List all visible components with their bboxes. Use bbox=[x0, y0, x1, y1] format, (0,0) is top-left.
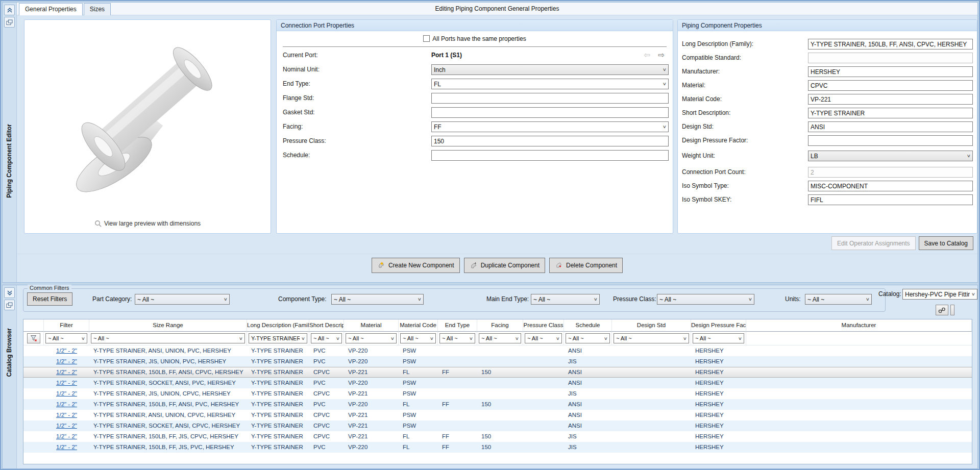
short-description-input[interactable] bbox=[808, 108, 973, 118]
material-filter[interactable]: ~ All ~ bbox=[311, 333, 342, 343]
column-header[interactable]: Size Range bbox=[89, 319, 247, 332]
component-type-select[interactable]: ~ All ~ bbox=[331, 294, 424, 305]
table-row[interactable]: 1/2" - 2" Y-TYPE STRAINER, JIS, UNION, C… bbox=[23, 388, 972, 399]
size-range-link[interactable]: 1/2" - 2" bbox=[56, 390, 77, 397]
size-range-link[interactable]: 1/2" - 2" bbox=[56, 348, 77, 354]
table-row[interactable]: 1/2" - 2" Y-TYPE STRAINER, ANSI, UNION, … bbox=[23, 410, 972, 420]
long-description-input[interactable] bbox=[808, 39, 973, 50]
save-to-catalog-button[interactable]: Save to Catalog bbox=[919, 236, 973, 250]
table-row[interactable]: 1/2" - 2" Y-TYPE STRAINER, 150LB, FF, JI… bbox=[23, 431, 972, 442]
schedule-filter[interactable]: ~ All ~ bbox=[525, 333, 562, 343]
catalog-tools-expander[interactable] bbox=[950, 305, 954, 315]
size-range-link[interactable]: 1/2" - 2" bbox=[56, 433, 77, 439]
catalog-tools-button[interactable] bbox=[936, 305, 948, 315]
float-browser-panel-button[interactable] bbox=[4, 300, 15, 310]
collapse-editor-button[interactable] bbox=[4, 5, 15, 15]
column-header[interactable]: Design Pressure Factor bbox=[691, 319, 746, 332]
material-code-filter[interactable]: ~ All ~ bbox=[346, 333, 397, 343]
all-ports-checkbox[interactable] bbox=[423, 35, 430, 42]
column-header[interactable]: Pressure Class bbox=[523, 319, 564, 332]
cell-facing bbox=[438, 410, 477, 420]
tab-general-properties[interactable]: General Properties bbox=[19, 3, 83, 15]
component-type-label: Component Type: bbox=[278, 295, 327, 303]
short-description-filter[interactable]: Y-TYPE STRAINER bbox=[249, 333, 307, 343]
cell-end-type: PSW bbox=[399, 410, 438, 420]
size-range-filter[interactable]: ~ All ~ bbox=[45, 333, 87, 343]
iso-symbol-skey-input[interactable] bbox=[808, 194, 973, 205]
column-header[interactable]: Long Description (Family) bbox=[247, 319, 309, 332]
material-input[interactable] bbox=[808, 80, 973, 91]
facing-filter[interactable]: ~ All ~ bbox=[439, 333, 475, 343]
column-header[interactable]: Facing bbox=[477, 319, 523, 332]
manufacturer-filter[interactable]: ~ All ~ bbox=[693, 333, 744, 343]
column-header[interactable]: Short Description bbox=[309, 319, 344, 332]
table-row[interactable]: 1/2" - 2" Y-TYPE STRAINER, 150LB, FF, AN… bbox=[23, 399, 972, 410]
table-row[interactable]: 1/2" - 2" Y-TYPE STRAINER, 150LB, FF, AN… bbox=[23, 367, 972, 378]
compatible-standard-input[interactable] bbox=[808, 53, 973, 63]
cell-long-description: Y-TYPE STRAINER, ANSI, UNION, CPVC, HERS… bbox=[89, 410, 247, 420]
long-description-filter[interactable]: ~ All ~ bbox=[91, 333, 245, 343]
schedule-input[interactable] bbox=[431, 150, 669, 161]
column-header[interactable]: Schedule bbox=[564, 319, 612, 332]
design-std-input[interactable] bbox=[808, 121, 973, 132]
column-header[interactable]: Manufacturer bbox=[746, 319, 972, 332]
size-range-link[interactable]: 1/2" - 2" bbox=[56, 380, 77, 386]
part-category-select[interactable]: ~ All ~ bbox=[135, 294, 230, 305]
cell-long-description: Y-TYPE STRAINER, JIS, UNION, PVC, HERSHE… bbox=[89, 356, 247, 367]
filter-funnel-button[interactable] bbox=[27, 333, 40, 343]
cell-end-type: PSW bbox=[399, 378, 438, 388]
column-header[interactable]: Filter bbox=[44, 319, 89, 332]
manufacturer-input[interactable] bbox=[808, 66, 973, 77]
column-header[interactable]: Design Std bbox=[612, 319, 691, 332]
size-range-link[interactable]: 1/2" - 2" bbox=[56, 358, 77, 364]
pressure-class-filter-select[interactable]: ~ All ~ bbox=[657, 294, 754, 305]
column-header[interactable]: Material bbox=[344, 319, 399, 332]
size-range-link[interactable]: 1/2" - 2" bbox=[56, 423, 77, 429]
fitting-icon bbox=[938, 307, 946, 313]
column-header[interactable]: End Type bbox=[438, 319, 477, 332]
reset-filters-button[interactable]: Reset Filters bbox=[27, 292, 72, 306]
nominal-unit-select[interactable]: Inch bbox=[431, 64, 669, 75]
gasket-std-input[interactable] bbox=[431, 107, 669, 118]
table-row[interactable]: 1/2" - 2" Y-TYPE STRAINER, SOCKET, ANSI,… bbox=[23, 378, 972, 388]
view-large-preview-link[interactable]: View large preview with dimensions bbox=[24, 220, 271, 227]
table-row[interactable]: 1/2" - 2" Y-TYPE STRAINER, ANSI, UNION, … bbox=[23, 345, 972, 356]
common-filters-legend: Common Filters bbox=[28, 285, 71, 291]
catalog-label: Catalog: bbox=[878, 290, 901, 298]
edit-operator-assignments-button[interactable]: Edit Operator Assignments bbox=[831, 236, 916, 250]
create-new-component-button[interactable]: Create New Component bbox=[372, 258, 460, 273]
design-std-filter[interactable]: ~ All ~ bbox=[566, 333, 610, 343]
tab-sizes[interactable]: Sizes bbox=[84, 3, 111, 15]
iso-symbol-type-input[interactable] bbox=[808, 181, 973, 191]
units-select[interactable]: ~ All ~ bbox=[805, 294, 872, 305]
table-row[interactable]: 1/2" - 2" Y-TYPE STRAINER, JIS, UNION, P… bbox=[23, 356, 972, 367]
size-range-link[interactable]: 1/2" - 2" bbox=[56, 444, 77, 450]
facing-select[interactable]: FF bbox=[431, 121, 669, 132]
next-port-button[interactable]: ⇨ bbox=[658, 51, 665, 60]
table-row[interactable]: 1/2" - 2" Y-TYPE STRAINER, SOCKET, ANSI,… bbox=[23, 420, 972, 431]
table-row[interactable]: 1/2" - 2" Y-TYPE STRAINER, 150LB, FF, JI… bbox=[23, 442, 972, 453]
cell-design-std: JIS bbox=[564, 442, 612, 453]
size-range-link[interactable]: 1/2" - 2" bbox=[56, 401, 77, 407]
pressure-class-column-filter[interactable]: ~ All ~ bbox=[479, 333, 521, 343]
design-pressure-factor-input[interactable] bbox=[808, 135, 973, 146]
size-range-link[interactable]: 1/2" - 2" bbox=[56, 412, 77, 418]
all-ports-checkbox-row[interactable]: All Ports have the same properties bbox=[423, 35, 526, 42]
main-end-type-select[interactable]: ~ All ~ bbox=[531, 294, 600, 305]
delete-component-button[interactable]: Delete Component bbox=[549, 258, 623, 273]
cell-material-code: VP-221 bbox=[344, 388, 399, 399]
duplicate-component-button[interactable]: Duplicate Component bbox=[464, 258, 545, 273]
size-range-link[interactable]: 1/2" - 2" bbox=[56, 369, 77, 375]
float-editor-panel-button[interactable] bbox=[4, 17, 15, 28]
end-type-select[interactable]: FL bbox=[431, 79, 669, 89]
end-type-filter[interactable]: ~ All ~ bbox=[400, 333, 436, 343]
previous-port-button[interactable]: ⇦ bbox=[644, 51, 650, 60]
flange-std-input[interactable] bbox=[431, 93, 669, 104]
collapse-browser-button[interactable] bbox=[4, 287, 15, 298]
material-code-input[interactable] bbox=[808, 94, 973, 105]
weight-unit-select[interactable]: LB bbox=[808, 151, 973, 161]
column-header[interactable]: Material Code bbox=[399, 319, 438, 332]
pressure-class-input[interactable] bbox=[431, 136, 669, 146]
catalog-select[interactable]: Hershey-PVC Pipe Fittir bbox=[902, 289, 977, 300]
design-pressure-factor-filter[interactable]: ~ All ~ bbox=[614, 333, 689, 343]
